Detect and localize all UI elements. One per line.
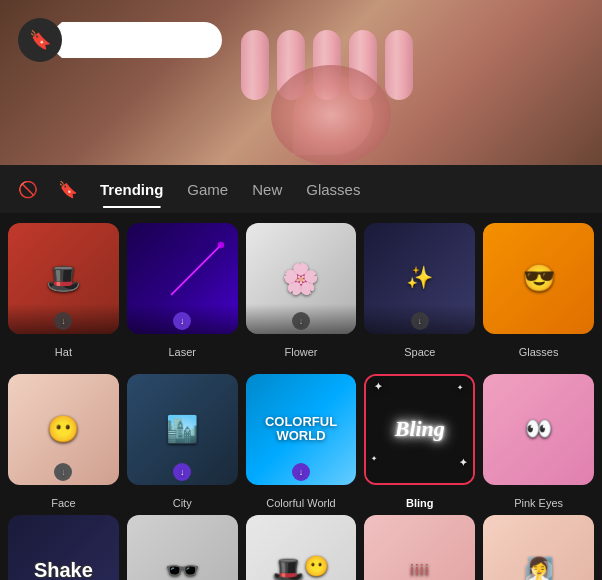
filter-city-thumb: 🏙️ ↓ xyxy=(127,374,238,485)
bling-text: Bling xyxy=(395,416,445,442)
filter-colorful-thumb: COLORFULWORLD ↓ xyxy=(246,374,357,485)
star-icon: ✦ xyxy=(374,381,382,392)
filter-flower[interactable]: 🌸 ↓ xyxy=(246,223,357,334)
filter-labels-row2: Face City Colorful World Bling Pink Eyes xyxy=(0,495,602,515)
tab-new[interactable]: New xyxy=(242,175,292,204)
face-icon: 😶 xyxy=(47,414,79,445)
filter-laser-thumb: ↓ xyxy=(127,223,238,334)
filter-labels-row1: Hat Laser Flower Space Glasses xyxy=(0,344,602,364)
label-face: Face xyxy=(8,495,119,511)
star-icon: ✦ xyxy=(457,384,463,392)
roller-1 xyxy=(241,30,269,100)
roller-5 xyxy=(385,30,413,100)
roller-3 xyxy=(313,30,341,100)
colorful-text: COLORFULWORLD xyxy=(265,415,337,444)
filter-hat[interactable]: 🎩 ↓ xyxy=(8,223,119,334)
download-badge: ↓ xyxy=(292,312,310,330)
filter-grid-row1: 🎩 ↓ ↓ 🌸 ↓ ✨ ↓ xyxy=(0,213,602,344)
eyes-icon: 👀 xyxy=(525,416,552,442)
roller-4 xyxy=(349,30,377,100)
filter-grid-row2: 😶 ↓ 🏙️ ↓ COLORFULWORLD ↓ ✦ ✦ ✦ ✦ Bling 👀 xyxy=(0,364,602,495)
back-button[interactable]: 🔖 xyxy=(18,18,62,62)
filter-grid-row3: Shake ↓ 🕶️ ↓ 🎩 😶 iiii 🧖‍♀️ xyxy=(0,515,602,580)
no-filter-icon[interactable]: 🚫 xyxy=(10,171,46,207)
filter-chaplin-thumb: 🎩 😶 xyxy=(246,515,357,580)
roller-2 xyxy=(277,30,305,100)
filter-glasses-thumb: 😎 xyxy=(483,223,594,334)
tab-glasses[interactable]: Glasses xyxy=(296,175,370,204)
download-badge: ↓ xyxy=(292,463,310,481)
filter-tabs-bar: 🚫 🔖 Trending Game New Glasses xyxy=(0,165,602,213)
filter-hat-thumb: 🎩 ↓ xyxy=(8,223,119,334)
label-pink-eyes: Pink Eyes xyxy=(483,495,594,511)
filter-laser[interactable]: ↓ xyxy=(127,223,238,334)
filter-shake[interactable]: Shake ↓ xyxy=(8,515,119,580)
svg-line-1 xyxy=(171,245,221,295)
bookmark-circle: 🔖 xyxy=(18,18,62,62)
shake-text: Shake xyxy=(34,559,93,580)
filter-space-thumb: ✨ ↓ xyxy=(364,223,475,334)
filter-pink-eyes[interactable]: 👀 xyxy=(483,374,594,485)
filter-bling-thumb: ✦ ✦ ✦ ✦ Bling xyxy=(366,376,473,483)
label-space: Space xyxy=(364,344,475,360)
filter-city[interactable]: 🏙️ ↓ xyxy=(127,374,238,485)
filter-glasses-og[interactable]: 😎 xyxy=(483,223,594,334)
laser-svg xyxy=(160,234,226,312)
download-badge: ↓ xyxy=(173,312,191,330)
bookmark-icon: 🔖 xyxy=(29,29,51,51)
svg-point-2 xyxy=(218,242,225,249)
label-bling: Bling xyxy=(364,495,475,511)
filter-face[interactable]: 😶 ↓ xyxy=(8,374,119,485)
label-city: City xyxy=(127,495,238,511)
filter-portrait-thumb: 🧖‍♀️ xyxy=(483,515,594,580)
download-badge: ↓ xyxy=(411,312,429,330)
filter-frame[interactable]: iiii xyxy=(364,515,475,580)
tab-game[interactable]: Game xyxy=(177,175,238,204)
filter-colorful[interactable]: COLORFULWORLD ↓ xyxy=(246,374,357,485)
saved-filters-icon[interactable]: 🔖 xyxy=(50,171,86,207)
background-objects xyxy=(241,30,413,100)
label-flower: Flower xyxy=(246,344,357,360)
arrow-indicator xyxy=(62,22,222,58)
filter-pink-eyes-thumb: 👀 xyxy=(483,374,594,485)
camera-preview: 🔖 xyxy=(0,0,602,165)
filter-space[interactable]: ✨ ↓ xyxy=(364,223,475,334)
label-hat: Hat xyxy=(8,344,119,360)
label-glasses-og: Glasses xyxy=(483,344,594,360)
filter-sunglasses[interactable]: 🕶️ ↓ xyxy=(127,515,238,580)
filter-flower-thumb: 🌸 ↓ xyxy=(246,223,357,334)
download-badge: ↓ xyxy=(54,463,72,481)
filter-portrait[interactable]: 🧖‍♀️ xyxy=(483,515,594,580)
filter-face-thumb: 😶 ↓ xyxy=(8,374,119,485)
filter-bling[interactable]: ✦ ✦ ✦ ✦ Bling xyxy=(364,374,475,485)
filter-shake-thumb: Shake ↓ xyxy=(8,515,119,580)
label-colorful: Colorful World xyxy=(246,495,357,511)
star-icon: ✦ xyxy=(371,455,377,463)
download-badge: ↓ xyxy=(54,312,72,330)
star-icon: ✦ xyxy=(459,457,467,468)
filter-chaplin[interactable]: 🎩 😶 xyxy=(246,515,357,580)
filter-frame-thumb: iiii xyxy=(364,515,475,580)
download-badge: ↓ xyxy=(173,463,191,481)
label-laser: Laser xyxy=(127,344,238,360)
tab-trending[interactable]: Trending xyxy=(90,175,173,204)
filter-sunglasses-thumb: 🕶️ ↓ xyxy=(127,515,238,580)
